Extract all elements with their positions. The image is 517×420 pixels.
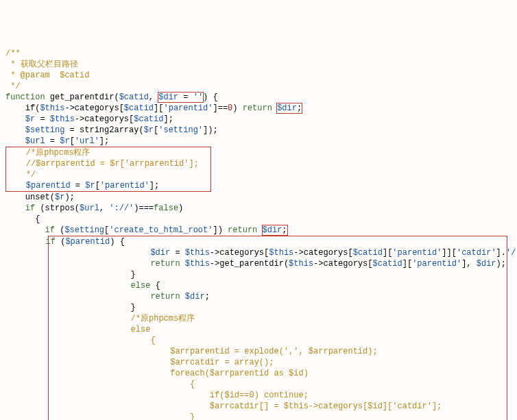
var-parentid: $parentid (65, 237, 110, 247)
highlighted-block-1: /*原phpcms程序 //$arrparentid = $r['arrpare… (5, 147, 211, 192)
text: ]. (496, 248, 506, 258)
string: 'catdir' (457, 248, 496, 258)
text: = (45, 136, 60, 146)
text: , (149, 92, 158, 102)
text: ); (496, 259, 506, 269)
text (91, 292, 150, 301)
text: ]; (163, 114, 173, 124)
text: ]][ (442, 248, 457, 258)
var-this: $this (185, 259, 210, 269)
comment-line: $arrcatdir[] = $this->categorys[$id]['ca… (91, 402, 442, 411)
text: ]; (149, 181, 159, 190)
text: (strpos( (35, 203, 80, 213)
param-dir-default-box: $dir = '' (158, 92, 203, 102)
text: = (178, 92, 193, 102)
text: unset( (5, 193, 55, 202)
text (5, 225, 45, 235)
comment-line: else (91, 325, 150, 334)
text: } (91, 303, 136, 312)
keyword-return: return (150, 292, 180, 301)
comment-line: foreach($arrparentid as $id) (91, 369, 309, 378)
string: 'parentid' (412, 259, 461, 269)
comment-line: { (91, 380, 195, 389)
string: 'parentid' (100, 181, 149, 190)
var-dir: $dir (277, 103, 297, 113)
text: = string2array( (64, 125, 143, 135)
var-r: $r (55, 193, 64, 202)
comment-line: */ (6, 170, 36, 180)
var-this: $this (269, 248, 293, 258)
text: = (71, 181, 86, 190)
var-setting: $setting (25, 125, 65, 135)
text: ; (297, 103, 302, 113)
text: ( (55, 225, 64, 235)
highlighted-block-2: if ($parentid) { $dir = $this->categorys… (48, 236, 507, 420)
text: ); (64, 193, 74, 202)
var-dir: $dir (263, 225, 282, 235)
text: )=== (134, 203, 154, 213)
text (5, 125, 25, 135)
text: if( (5, 103, 40, 113)
var-catid: $catid (134, 114, 163, 124)
text (5, 114, 25, 124)
text: [ (70, 136, 75, 146)
comment-line: /*原phpcms程序 (6, 148, 90, 158)
code-block: /** * 获取父栏目路径 * @param $catid */ functio… (5, 48, 512, 420)
var-url: $url (80, 203, 99, 213)
comment-line: //$arrparentid = $r['arrparentid']; (6, 159, 199, 169)
var-this: $this (185, 248, 210, 258)
text: ][ (383, 248, 392, 258)
var-this: $this (40, 103, 64, 113)
text: [ (95, 181, 100, 190)
text: ) (178, 203, 183, 213)
keyword-return: return (243, 103, 272, 113)
string: 'parentid' (163, 103, 213, 113)
var-dir: $dir (477, 259, 496, 269)
var-dir: $dir (185, 292, 205, 301)
var-r: $r (60, 136, 69, 146)
return-dir-box-2: $dir; (263, 225, 287, 235)
text: ; (282, 225, 287, 235)
var-catid: $catid (373, 259, 402, 269)
text (180, 259, 185, 269)
comment-line: * @param $catid (5, 71, 89, 80)
text (6, 181, 26, 190)
comment-line: } (91, 412, 195, 420)
var-this: $this (289, 259, 313, 269)
keyword-return: return (150, 259, 180, 269)
keyword-if: if (46, 237, 56, 247)
text: ->categorys[ (313, 259, 372, 269)
text: { (5, 214, 40, 224)
var-dir: $dir (150, 248, 170, 258)
comment-line: { (91, 336, 156, 345)
keyword-function: function (5, 92, 45, 102)
text: ][ (154, 103, 163, 113)
string: 'url' (75, 136, 99, 146)
string: 'parentid' (392, 248, 442, 258)
keyword-return: return (228, 225, 257, 235)
text: = (170, 248, 185, 258)
string: 'create_to_html_root' (109, 225, 213, 235)
text: , (99, 203, 109, 213)
var-url: $url (25, 136, 45, 146)
text: ->categorys[ (64, 103, 123, 113)
var-setting: $setting (64, 225, 104, 235)
text: = (35, 114, 50, 124)
text (91, 281, 131, 291)
var-catid: $catid (119, 92, 149, 102)
comment-line: $arrparentid = explode(',', $arrparentid… (91, 347, 378, 356)
text: ]== (213, 103, 228, 113)
var-r: $r (25, 114, 35, 124)
comment-line: /*原phpcms程序 (91, 314, 195, 323)
text: ]; (99, 136, 109, 146)
var-dir: $dir (158, 92, 178, 102)
return-dir-box: $dir; (277, 103, 302, 113)
text (91, 259, 150, 269)
text: { (150, 281, 160, 291)
text: ->categorys[ (75, 114, 134, 124)
var-parentid: $parentid (26, 181, 71, 190)
var-catid: $catid (124, 103, 154, 113)
text (91, 248, 150, 258)
comment-line: /** (5, 49, 21, 58)
text: ->categorys[ (293, 248, 352, 258)
